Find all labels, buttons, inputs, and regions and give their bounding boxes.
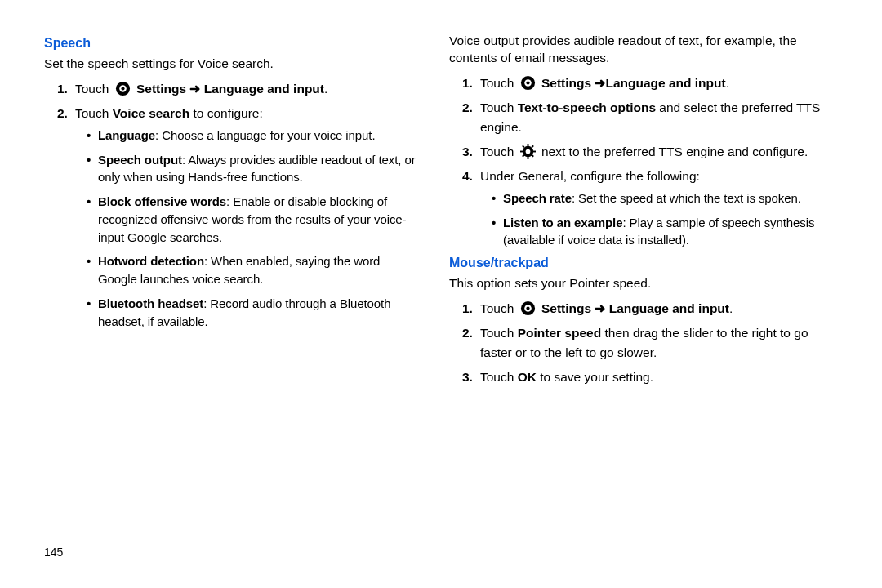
step-2: 2. Touch Voice search to configure: Lang… bbox=[57, 104, 420, 331]
bold-tts-options: Text-to-speech options bbox=[518, 100, 656, 114]
body-text: Touch bbox=[75, 106, 113, 120]
body-text: Touch bbox=[480, 326, 518, 340]
list-item: Language: Choose a language for your voi… bbox=[87, 127, 420, 145]
step-number: 2. bbox=[462, 98, 473, 118]
right-column: Voice output provides audible readout of… bbox=[441, 33, 838, 572]
svg-rect-8 bbox=[527, 156, 528, 159]
step-number: 3. bbox=[462, 142, 473, 162]
bullet-bold: Bluetooth headset bbox=[98, 296, 203, 310]
speech-bullets: Language: Choose a language for your voi… bbox=[75, 127, 420, 331]
body-text: to save your setting. bbox=[537, 370, 653, 384]
svg-rect-10 bbox=[532, 150, 536, 152]
heading-speech: Speech bbox=[44, 36, 420, 51]
heading-mouse-trackpad: Mouse/trackpad bbox=[449, 256, 838, 270]
body-text: . bbox=[324, 82, 327, 96]
svg-rect-7 bbox=[527, 144, 528, 147]
step-3: 3. Touch OK to save your setting. bbox=[462, 368, 838, 387]
speech-intro: Set the speech settings for Voice search… bbox=[44, 56, 420, 73]
body-text: Touch bbox=[75, 82, 113, 96]
body-text: Touch bbox=[480, 76, 518, 90]
general-bullets: Speech rate: Set the speed at which the … bbox=[480, 189, 838, 249]
tts-steps: 1. Touch Settings ➜Language and input. 2… bbox=[449, 74, 838, 249]
step-number: 1. bbox=[462, 74, 473, 93]
bold-lang-input: Language and input bbox=[605, 301, 729, 315]
arrow-icon: ➜ bbox=[595, 301, 605, 315]
step-2: 2. Touch Pointer speed then drag the sli… bbox=[462, 323, 838, 363]
gear-icon bbox=[520, 144, 536, 159]
body-text: . bbox=[729, 301, 733, 315]
bullet-bold: Speech output bbox=[98, 153, 182, 167]
bold-lang-input: Language and input bbox=[200, 82, 324, 96]
arrow-icon: ➜ bbox=[595, 76, 605, 90]
svg-point-2 bbox=[121, 87, 124, 90]
bullet-bold: Listen to an example bbox=[503, 216, 622, 229]
svg-rect-13 bbox=[531, 145, 533, 148]
arrow-icon: ➜ bbox=[189, 82, 200, 96]
list-item: Hotword detection: When enabled, saying … bbox=[87, 252, 420, 288]
list-item: Speech output: Always provides audible r… bbox=[87, 151, 420, 187]
manual-page: Speech Set the speech settings for Voice… bbox=[0, 0, 882, 588]
bullet-bold: Speech rate bbox=[503, 191, 572, 205]
left-column: Speech Set the speech settings for Voice… bbox=[44, 33, 441, 572]
bold-lang-input: Language and input bbox=[605, 76, 725, 90]
step-2: 2. Touch Text-to-speech options and sele… bbox=[462, 98, 838, 137]
list-item: Listen to an example: Play a sample of s… bbox=[492, 214, 838, 250]
body-text: Under General, configure the following: bbox=[480, 169, 700, 183]
svg-point-15 bbox=[525, 149, 530, 154]
bold-settings: Settings bbox=[541, 301, 595, 315]
step-number: 1. bbox=[57, 79, 68, 99]
mouse-intro: This option sets your Pointer speed. bbox=[449, 275, 838, 292]
step-3: 3. Touch bbox=[462, 142, 838, 162]
speech-steps: 1. Touch Settings ➜ Language and input. … bbox=[44, 79, 420, 331]
step-number: 4. bbox=[462, 167, 473, 186]
step-1: 1. Touch Settings ➜ Language and input. bbox=[462, 299, 838, 318]
bold-voice-search: Voice search bbox=[113, 106, 190, 120]
body-text: next to the preferred TTS engine and con… bbox=[541, 145, 808, 158]
step-number: 3. bbox=[462, 368, 473, 387]
bullet-bold: Block offensive words bbox=[98, 194, 226, 208]
step-1: 1. Touch Settings ➜ Language and input. bbox=[57, 79, 420, 99]
body-text: . bbox=[726, 76, 729, 90]
body-text: Touch bbox=[480, 100, 518, 114]
bold-settings: Settings bbox=[541, 76, 595, 90]
settings-icon bbox=[520, 301, 536, 316]
svg-rect-11 bbox=[522, 145, 524, 148]
list-item: Block offensive words: Enable or disable… bbox=[87, 193, 420, 246]
bullet-bold: Language bbox=[98, 128, 155, 142]
list-item: Bluetooth headset: Record audio through … bbox=[87, 295, 420, 331]
voice-output-intro: Voice output provides audible readout of… bbox=[449, 33, 838, 67]
svg-point-18 bbox=[526, 307, 529, 310]
mouse-steps: 1. Touch Settings ➜ Language and input. … bbox=[449, 299, 838, 387]
settings-icon bbox=[520, 75, 536, 91]
step-4: 4. Under General, configure the followin… bbox=[462, 167, 838, 249]
body-text: to configure: bbox=[189, 106, 263, 120]
svg-point-5 bbox=[526, 81, 529, 84]
settings-icon bbox=[115, 81, 131, 96]
bold-settings: Settings bbox=[136, 82, 189, 96]
body-text: Touch bbox=[480, 145, 518, 158]
bullet-bold: Hotword detection bbox=[98, 254, 204, 268]
bullet-text: : Choose a language for your voice input… bbox=[155, 128, 375, 142]
bold-pointer-speed: Pointer speed bbox=[518, 326, 602, 340]
step-number: 2. bbox=[57, 104, 68, 123]
step-number: 2. bbox=[462, 323, 473, 343]
bullet-text: : Set the speed at which the text is spo… bbox=[572, 191, 801, 205]
body-text: Touch bbox=[480, 370, 518, 384]
body-text: Touch bbox=[480, 301, 518, 315]
list-item: Speech rate: Set the speed at which the … bbox=[492, 189, 838, 207]
svg-rect-9 bbox=[520, 150, 523, 152]
step-number: 1. bbox=[462, 299, 473, 318]
bold-ok: OK bbox=[518, 370, 537, 384]
step-1: 1. Touch Settings ➜Language and input. bbox=[462, 74, 838, 93]
page-number: 145 bbox=[44, 546, 63, 559]
